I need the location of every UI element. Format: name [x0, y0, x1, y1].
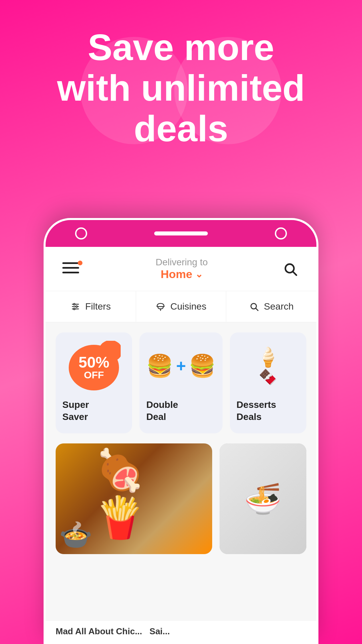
filter-search-icon	[249, 302, 259, 311]
menu-notification-dot	[78, 261, 82, 265]
location-selector[interactable]: Delivering to Home ⌄	[156, 257, 208, 281]
dessert-icon-1: 🍦	[256, 346, 280, 368]
delivering-label: Delivering to	[156, 257, 208, 268]
filters-button[interactable]: Filters	[46, 291, 136, 322]
svg-line-11	[256, 308, 258, 310]
search-label: Search	[264, 301, 294, 312]
svg-point-7	[73, 308, 75, 310]
double-deal-title: DoubleDeal	[146, 399, 216, 423]
filters-label: Filters	[85, 301, 111, 312]
restaurant-card-2[interactable]	[220, 443, 306, 554]
badge-off: OFF	[78, 370, 109, 380]
dessert-icon-2: 🍫	[256, 368, 280, 386]
cuisines-icon	[156, 302, 166, 311]
phone-top-bar	[46, 220, 316, 247]
super-saver-card[interactable]: 50% OFF SuperSaver	[56, 332, 132, 433]
svg-point-5	[73, 304, 75, 305]
hero-title-line3: deals	[134, 108, 228, 149]
super-saver-title: SuperSaver	[62, 399, 125, 423]
hero-title-line2: with unlimited	[57, 67, 305, 108]
location-chevron-icon: ⌄	[195, 269, 203, 280]
hero-title: Save more with unlimited deals	[20, 27, 342, 149]
desserts-image: 🍦 🍫	[237, 339, 300, 393]
restaurant-labels-strip: Mad All About Chic... Sai...	[46, 621, 316, 642]
restaurant-1-image	[56, 443, 212, 554]
filter-bar: Filters Cuisines Search	[46, 291, 316, 322]
hero-section: Save more with unlimited deals	[0, 0, 362, 162]
phone-frame: Delivering to Home ⌄	[44, 218, 318, 644]
restaurants-row	[46, 443, 316, 564]
phone-circle-left	[75, 227, 87, 239]
double-deal-image: 🍔 + 🍔	[146, 339, 216, 393]
header-search-button[interactable]	[281, 260, 300, 278]
restaurant-label-2: Sai...	[149, 626, 170, 637]
location-text: Home	[161, 268, 192, 281]
menu-button[interactable]	[62, 261, 82, 277]
menu-line-1	[62, 262, 79, 264]
location-display[interactable]: Home ⌄	[156, 268, 208, 281]
filters-icon	[70, 302, 80, 311]
search-button[interactable]: Search	[226, 291, 316, 322]
hero-title-line1: Save more	[88, 26, 274, 68]
restaurant-label-1: Mad All About Chic...	[56, 626, 142, 637]
search-icon	[283, 262, 298, 276]
burger-icon-2: 🍔	[189, 353, 216, 379]
cuisines-label: Cuisines	[170, 301, 206, 312]
app-content: Delivering to Home ⌄	[46, 247, 316, 642]
svg-line-1	[293, 272, 296, 275]
menu-line-2	[62, 267, 79, 269]
phone-circle-right	[275, 227, 287, 239]
svg-point-6	[76, 306, 77, 308]
menu-line-3	[62, 272, 79, 273]
burger-icon-1: 🍔	[146, 353, 173, 379]
restaurant-card-1[interactable]	[56, 443, 212, 554]
app-header: Delivering to Home ⌄	[46, 247, 316, 291]
restaurant-2-image	[220, 443, 306, 554]
desserts-deals-card[interactable]: 🍦 🍫 DessertsDeals	[230, 332, 306, 433]
plus-icon: +	[176, 356, 186, 376]
phone-pill	[154, 231, 208, 235]
cuisines-button[interactable]: Cuisines	[136, 291, 227, 322]
badge-percent: 50%	[78, 355, 109, 370]
super-saver-image: 50% OFF	[62, 339, 125, 393]
deal-cards-row: 50% OFF SuperSaver 🍔 + 🍔 DoubleDeal	[46, 322, 316, 443]
desserts-deals-title: DessertsDeals	[237, 399, 300, 423]
double-deal-card[interactable]: 🍔 + 🍔 DoubleDeal	[139, 332, 222, 433]
